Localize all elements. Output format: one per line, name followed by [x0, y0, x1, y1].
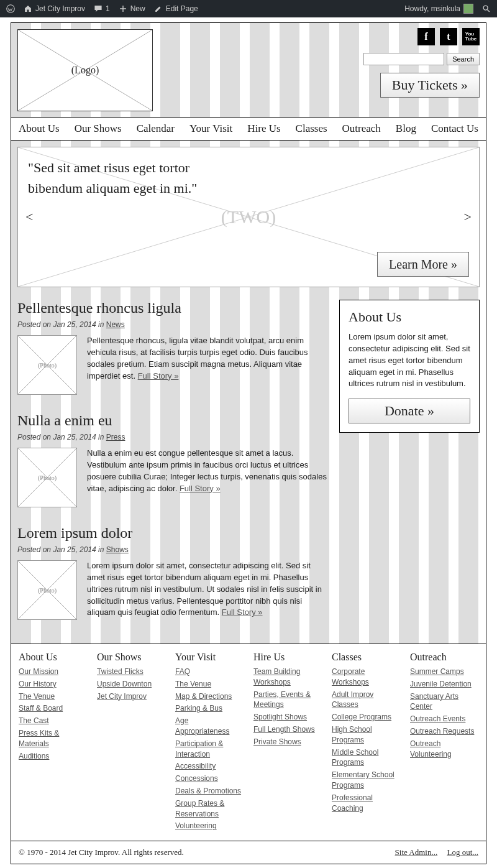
- footer-link[interactable]: Twisted Flicks: [97, 667, 165, 677]
- site-link[interactable]: Jet City Improv: [24, 4, 85, 13]
- post-meta: Posted on Jan 25, 2014 in Press: [17, 433, 327, 441]
- footer-link[interactable]: Juvenile Detention: [410, 679, 478, 690]
- footer-link[interactable]: Upside Downton: [97, 679, 165, 690]
- svg-point-0: [7, 5, 15, 13]
- footer-link[interactable]: Outreach Volunteering: [410, 739, 478, 760]
- admin-search-icon[interactable]: [482, 4, 491, 13]
- post-category-link[interactable]: Press: [106, 433, 125, 441]
- comments-link[interactable]: 1: [94, 4, 110, 13]
- footer-col-our-shows: Our ShowsTwisted FlicksUpside DowntonJet…: [97, 652, 165, 833]
- footer-link[interactable]: College Programs: [332, 712, 400, 723]
- site-admin-link[interactable]: Site Admin...: [395, 847, 438, 857]
- nav-item-outreach[interactable]: Outreach: [342, 122, 381, 135]
- facebook-icon[interactable]: f: [417, 28, 435, 45]
- post-category-link[interactable]: Shows: [106, 545, 129, 554]
- footer-link[interactable]: Concessions: [175, 773, 244, 784]
- footer-link[interactable]: Parking & Bus: [175, 703, 244, 714]
- hero-prev-button[interactable]: <: [25, 209, 33, 225]
- avatar: [463, 4, 473, 14]
- search-button[interactable]: Search: [447, 53, 480, 65]
- footer-link[interactable]: Full Length Shows: [253, 724, 322, 735]
- footer-link[interactable]: Map & Directions: [175, 691, 244, 702]
- footer-link[interactable]: Our History: [19, 679, 87, 690]
- footer-link[interactable]: FAQ: [175, 667, 244, 677]
- howdy-link[interactable]: Howdy, msinkula: [404, 4, 473, 14]
- footer-link[interactable]: Adult Improv Classes: [332, 690, 400, 711]
- footer-link[interactable]: Jet City Improv: [97, 691, 165, 702]
- footer-col-hire-us: Hire UsTeam Building WorkshopsParties, E…: [253, 652, 322, 833]
- twitter-icon[interactable]: t: [440, 28, 457, 45]
- post-thumb[interactable]: (Photo): [17, 560, 77, 620]
- footer-col-outreach: OutreachSummer CampsJuvenile DetentionSa…: [410, 652, 478, 833]
- post-title[interactable]: Nulla a enim eu: [17, 412, 327, 429]
- post-category-link[interactable]: News: [106, 320, 125, 329]
- site-name: Jet City Improv: [35, 4, 85, 13]
- footer-link[interactable]: Middle School Programs: [332, 747, 400, 769]
- post-thumb[interactable]: (Photo): [17, 335, 77, 395]
- footer-link[interactable]: Press Kits & Materials: [19, 728, 87, 749]
- post-excerpt: Lorem ipsum dolor sit amet, consectetur …: [87, 560, 327, 620]
- thumb-label: (Photo): [38, 362, 57, 369]
- post-title[interactable]: Lorem ipsum dolor: [17, 525, 327, 542]
- logo[interactable]: (Logo): [17, 29, 153, 111]
- post-excerpt: Nulla a enim eu est congue pellentesque …: [87, 448, 327, 507]
- footer-link[interactable]: Staff & Board: [19, 703, 87, 714]
- footer-col-classes: ClassesCorporate WorkshopsAdult Improv C…: [332, 652, 400, 833]
- nav-item-calendar[interactable]: Calendar: [137, 122, 175, 135]
- nav-item-your-visit[interactable]: Your Visit: [189, 122, 232, 135]
- footer-link[interactable]: The Cast: [19, 716, 87, 726]
- youtube-icon[interactable]: YouTube: [462, 28, 480, 45]
- edit-page-link[interactable]: Edit Page: [154, 4, 198, 13]
- new-label: New: [130, 4, 145, 13]
- footer-link[interactable]: Parties, Events & Meetings: [253, 690, 322, 711]
- footer-link[interactable]: The Venue: [175, 679, 244, 690]
- footer-link[interactable]: Volunteering: [175, 821, 244, 831]
- footer-link[interactable]: Accessibility: [175, 761, 244, 772]
- edit-label: Edit Page: [166, 4, 198, 13]
- search-input[interactable]: [363, 53, 444, 65]
- footer-link[interactable]: Spotlight Shows: [253, 712, 322, 723]
- footer-link[interactable]: Age Appropriateness: [175, 716, 244, 737]
- footer-link[interactable]: Summer Camps: [410, 667, 478, 677]
- footer-link[interactable]: Deals & Promotions: [175, 786, 244, 796]
- nav-item-contact-us[interactable]: Contact Us: [431, 122, 478, 135]
- footer-link[interactable]: Team Building Workshops: [253, 667, 322, 688]
- footer-link[interactable]: Corporate Workshops: [332, 667, 400, 688]
- post-title[interactable]: Pellentesque rhoncus ligula: [17, 300, 327, 316]
- full-story-link[interactable]: Full Story »: [138, 371, 179, 381]
- wp-logo[interactable]: [6, 4, 15, 13]
- footer-link[interactable]: Participation & Interaction: [175, 739, 244, 760]
- donate-button[interactable]: Donate »: [349, 399, 470, 423]
- full-story-link[interactable]: Full Story »: [180, 484, 221, 493]
- footer-link[interactable]: Elementary School Programs: [332, 770, 400, 791]
- full-story-link[interactable]: Full Story »: [222, 607, 263, 617]
- nav-item-classes[interactable]: Classes: [296, 122, 327, 135]
- comments-count: 1: [106, 4, 110, 13]
- nav-item-about-us[interactable]: About Us: [19, 122, 60, 135]
- nav-item-hire-us[interactable]: Hire Us: [247, 122, 280, 135]
- footer-link[interactable]: Outreach Requests: [410, 726, 478, 737]
- hero-next-button[interactable]: >: [464, 209, 472, 225]
- footer-link[interactable]: Sanctuary Arts Center: [410, 691, 478, 713]
- footer-link[interactable]: The Venue: [19, 691, 87, 702]
- footer-link[interactable]: Outreach Events: [410, 714, 478, 724]
- footer-link[interactable]: High School Programs: [332, 724, 400, 746]
- footer-link[interactable]: Private Shows: [253, 737, 322, 747]
- hero-bg-label: (TWO): [221, 206, 276, 228]
- footer-link[interactable]: Our Mission: [19, 667, 87, 677]
- post-thumb[interactable]: (Photo): [17, 448, 77, 507]
- nav-item-our-shows[interactable]: Our Shows: [75, 122, 122, 135]
- hero-slider: (TWO) "Sed sit amet risus eget tortor bi…: [17, 147, 480, 287]
- footer-link[interactable]: Auditions: [19, 751, 87, 762]
- post: Pellentesque rhoncus ligulaPosted on Jan…: [17, 300, 327, 395]
- site-header: (Logo) f t YouTube Search Buy Tickets »: [11, 23, 486, 118]
- learn-more-button[interactable]: Learn More »: [377, 252, 469, 277]
- footer-link[interactable]: Group Rates & Reservations: [175, 798, 244, 820]
- nav-item-blog[interactable]: Blog: [396, 122, 416, 135]
- footer-link[interactable]: Professional Coaching: [332, 793, 400, 814]
- main-nav: About UsOur ShowsCalendarYour VisitHire …: [11, 118, 486, 141]
- logout-link[interactable]: Log out...: [447, 847, 478, 857]
- buy-tickets-button[interactable]: Buy Tickets »: [380, 73, 480, 98]
- new-link[interactable]: New: [119, 4, 145, 13]
- logo-label: (Logo): [71, 65, 99, 76]
